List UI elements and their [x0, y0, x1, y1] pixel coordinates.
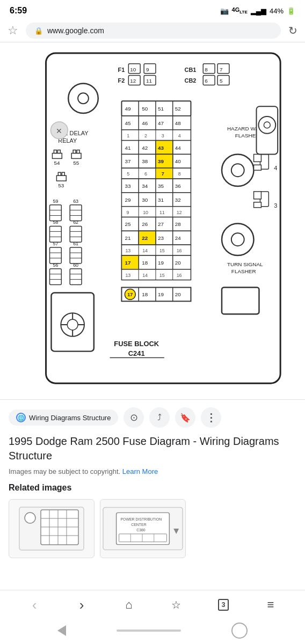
source-row: 🌐 Wiring Diagrams Structure ⊙ ⤴ 🔖 ⋮: [9, 407, 296, 428]
bookmark-icon: 🔖: [180, 413, 191, 423]
url-bar[interactable]: 🔒 www.google.com: [26, 23, 281, 39]
back-button[interactable]: ‹: [23, 597, 46, 613]
svg-text:48: 48: [175, 120, 181, 126]
svg-text:8: 8: [205, 67, 208, 72]
svg-text:14: 14: [142, 273, 148, 278]
signal-bars-icon: ▂▄▆: [251, 7, 266, 15]
svg-text:34: 34: [142, 183, 148, 189]
gesture-home-indicator: [117, 630, 181, 632]
svg-text:7: 7: [220, 67, 223, 72]
svg-text:59: 59: [53, 199, 58, 204]
svg-text:10: 10: [130, 67, 136, 72]
svg-rect-10: [71, 153, 81, 158]
svg-text:35: 35: [158, 183, 164, 189]
svg-text:30: 30: [142, 197, 148, 203]
svg-rect-22: [70, 205, 82, 221]
svg-rect-26: [49, 226, 61, 242]
svg-text:49: 49: [125, 106, 131, 112]
svg-text:56: 56: [53, 262, 58, 268]
related-image-1[interactable]: [9, 499, 95, 558]
svg-text:33: 33: [125, 183, 131, 189]
svg-text:39: 39: [158, 158, 164, 164]
svg-rect-85: [254, 154, 262, 162]
svg-text:10: 10: [143, 210, 148, 215]
svg-text:38: 38: [142, 158, 148, 164]
svg-text:7: 7: [162, 171, 164, 177]
home-button[interactable]: ⌂: [117, 598, 141, 612]
menu-button[interactable]: ≡: [259, 598, 282, 612]
svg-rect-7: [54, 150, 56, 153]
status-icons: 📷 4GLTE ▂▄▆ 44% 🔋: [220, 6, 295, 14]
svg-text:3: 3: [162, 133, 164, 138]
related-images-heading: Related images: [9, 483, 296, 493]
svg-text:45: 45: [125, 120, 131, 126]
share-button[interactable]: ⤴: [149, 407, 170, 428]
svg-rect-34: [49, 247, 61, 264]
svg-text:TURN SIGNAL: TURN SIGNAL: [227, 261, 263, 267]
svg-text:61: 61: [73, 241, 78, 246]
svg-text:11: 11: [146, 78, 152, 84]
svg-text:20: 20: [175, 260, 181, 266]
lock-icon: 🔒: [34, 27, 43, 35]
svg-text:24: 24: [175, 235, 181, 241]
svg-text:16: 16: [177, 273, 182, 278]
svg-text:40: 40: [175, 158, 181, 164]
browser-nav-bar: ‹ › ⌂ ☆ 3 ≡: [0, 590, 305, 619]
svg-text:14: 14: [142, 248, 148, 253]
svg-text:20: 20: [175, 291, 181, 297]
more-options-button[interactable]: ⋮: [201, 407, 221, 428]
svg-text:POWER DISTRIBUTION: POWER DISTRIBUTION: [121, 517, 162, 521]
svg-point-2: [78, 93, 89, 104]
svg-rect-11: [73, 150, 76, 153]
svg-text:15: 15: [159, 248, 165, 253]
bookmark-button[interactable]: 🔖: [175, 407, 195, 428]
svg-text:31: 31: [158, 197, 164, 203]
fuse-diagram-image[interactable]: TIME DELAY RELAY 54 55 53: [0, 42, 305, 400]
svg-text:17: 17: [127, 292, 133, 297]
share-icon: ⤴: [157, 413, 162, 422]
tabs-button[interactable]: 3: [212, 599, 235, 611]
svg-text:F1: F1: [118, 67, 125, 73]
more-icon: ⋮: [206, 411, 216, 424]
signal-icon: 4GLTE: [232, 6, 248, 14]
gesture-nav-bar: [0, 619, 305, 644]
svg-text:52: 52: [175, 106, 181, 112]
source-chip[interactable]: 🌐 Wiring Diagrams Structure: [9, 409, 118, 426]
svg-text:19: 19: [158, 291, 164, 297]
svg-text:42: 42: [142, 145, 148, 151]
info-section: 🌐 Wiring Diagrams Structure ⊙ ⤴ 🔖 ⋮ 1995…: [0, 400, 305, 571]
lens-search-button[interactable]: ⊙: [124, 407, 144, 428]
svg-text:13: 13: [125, 248, 130, 253]
battery-graphic: 🔋: [287, 7, 295, 15]
svg-rect-42: [49, 269, 61, 285]
svg-text:32: 32: [175, 197, 181, 203]
svg-text:55: 55: [73, 160, 79, 166]
reload-icon[interactable]: ↻: [288, 24, 297, 37]
related-image-2[interactable]: POWER DISTRIBUTION CENTER C380: [100, 499, 186, 558]
battery-icon: 44%: [270, 7, 284, 15]
svg-text:44: 44: [175, 145, 181, 151]
svg-text:FUSE BLOCK: FUSE BLOCK: [114, 340, 159, 348]
svg-text:2: 2: [144, 133, 147, 138]
svg-text:43: 43: [158, 145, 164, 151]
learn-more-link[interactable]: Learn More: [122, 467, 158, 475]
bookmark-nav-icon[interactable]: ☆: [164, 598, 188, 611]
forward-button[interactable]: ›: [70, 597, 93, 613]
svg-text:19: 19: [158, 260, 164, 266]
camera-icon: 📷: [220, 7, 229, 15]
svg-rect-38: [70, 247, 82, 264]
gesture-back-indicator: [57, 625, 66, 636]
svg-rect-86: [254, 165, 262, 170]
bottom-nav: ‹ › ⌂ ☆ 3 ≡: [0, 590, 305, 644]
svg-text:29: 29: [125, 197, 131, 203]
svg-point-92: [231, 233, 244, 246]
svg-text:6: 6: [144, 171, 147, 177]
bookmark-star-icon[interactable]: ☆: [8, 24, 18, 38]
svg-text:1: 1: [127, 133, 129, 138]
svg-rect-18: [49, 205, 61, 221]
svg-text:46: 46: [142, 120, 148, 126]
svg-text:CB1: CB1: [185, 67, 197, 73]
svg-text:25: 25: [125, 221, 131, 227]
svg-rect-87: [254, 192, 262, 199]
svg-text:62: 62: [73, 219, 78, 225]
